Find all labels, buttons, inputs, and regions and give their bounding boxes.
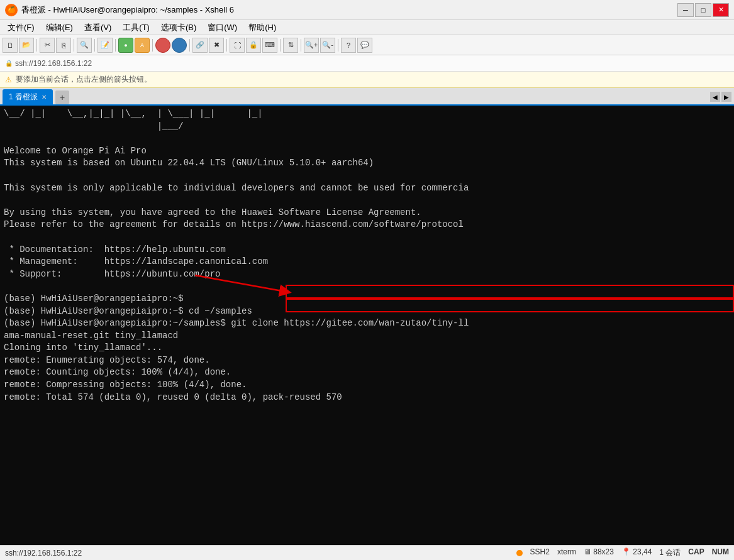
window-title: 香橙派 - HwHiAiUser@orangepiaipro: ~/sample… (21, 4, 677, 16)
menu-bar: 文件(F) 编辑(E) 查看(V) 工具(T) 选项卡(B) 窗口(W) 帮助(… (0, 20, 734, 35)
add-tab-button[interactable]: + (55, 91, 69, 104)
status-right: SSH2 xterm 🖥 88x23 📍 23,44 1 会话 CAP NUM (516, 547, 729, 558)
connection-indicator (516, 550, 523, 556)
window-controls: ─ □ ✕ (677, 3, 729, 17)
menu-edit[interactable]: 编辑(E) (41, 21, 78, 35)
status-line: 📍 23,44 (621, 547, 652, 558)
toolbar-sep5 (152, 39, 153, 52)
address-text: ssh://192.168.156.1:22 (15, 59, 92, 68)
toolbar-compose[interactable]: 📝 (97, 38, 113, 53)
app-icon: 🍊 (5, 4, 18, 16)
toolbar-copy[interactable]: ⎘ (56, 38, 71, 53)
status-sessions: 1 会话 (659, 547, 681, 558)
toolbar-disconnect[interactable]: ✖ (209, 38, 224, 53)
menu-view[interactable]: 查看(V) (79, 21, 116, 35)
toolbar-zoom-in[interactable]: 🔍+ (304, 38, 319, 53)
tab-1[interactable]: 1 香橙派 ✕ (3, 89, 53, 104)
status-protocol: SSH2 (530, 547, 550, 558)
status-num: NUM (712, 547, 729, 558)
menu-file[interactable]: 文件(F) (3, 21, 40, 35)
tab-close-button[interactable]: ✕ (42, 94, 47, 101)
banner-icon: ⚠ (5, 75, 12, 84)
toolbar-zoom-out[interactable]: 🔍- (320, 38, 335, 53)
toolbar-sep1 (36, 39, 37, 52)
toolbar-find[interactable]: 🔍 (77, 38, 92, 53)
toolbar-sep6 (189, 39, 190, 52)
toolbar-connect-orange[interactable]: A (135, 38, 150, 53)
menu-tab[interactable]: 选项卡(B) (156, 21, 201, 35)
toolbar-connect2[interactable]: 🔗 (192, 38, 208, 53)
tab-next-button[interactable]: ▶ (721, 92, 731, 102)
menu-window[interactable]: 窗口(W) (203, 21, 242, 35)
tab-prev-button[interactable]: ◀ (710, 92, 720, 102)
status-dot (516, 547, 523, 558)
toolbar-fullscreen[interactable]: ⛶ (230, 38, 245, 53)
close-button[interactable]: ✕ (713, 3, 729, 17)
toolbar-new[interactable]: 🗋 (3, 38, 18, 53)
toolbar-sep2 (74, 39, 74, 52)
banner: ⚠ 要添加当前会话，点击左侧的箭头按钮。 (0, 72, 734, 88)
toolbar-sep3 (94, 39, 95, 52)
maximize-button[interactable]: □ (695, 3, 711, 17)
toolbar: 🗋 📂 ✂ ⎘ 🔍 📝 ● A 🔗 ✖ ⛶ 🔒 ⌨ ⇅ 🔍+ 🔍- ? 💬 (0, 35, 734, 55)
toolbar-info[interactable]: 💬 (357, 38, 372, 53)
status-size: 🖥 88x23 (584, 547, 614, 558)
toolbar-sep9 (301, 39, 301, 52)
toolbar-sep7 (226, 39, 227, 52)
address-bar: 🔒 ssh://192.168.156.1:22 (0, 55, 734, 72)
toolbar-connect-green[interactable]: ● (118, 38, 133, 53)
minimize-button[interactable]: ─ (677, 3, 694, 17)
tab-navigation: ◀ ▶ (710, 92, 731, 102)
toolbar-lock[interactable]: 🔒 (246, 38, 261, 53)
toolbar-sep8 (280, 39, 281, 52)
toolbar-transfer[interactable]: ⇅ (283, 38, 298, 53)
status-bar: ssh://192.168.156.1:22 SSH2 xterm 🖥 88x2… (0, 545, 734, 560)
toolbar-sep4 (115, 39, 116, 52)
toolbar-open[interactable]: 📂 (19, 38, 34, 53)
menu-tools[interactable]: 工具(T) (118, 21, 155, 35)
tab-bar: 1 香橙派 ✕ + ◀ ▶ (0, 88, 734, 106)
toolbar-cut[interactable]: ✂ (40, 38, 55, 53)
tab-label: 1 香橙派 (9, 92, 38, 102)
banner-text: 要添加当前会话，点击左侧的箭头按钮。 (16, 74, 152, 85)
lock-icon: 🔒 (5, 60, 13, 67)
toolbar-blue[interactable] (172, 38, 187, 53)
terminal-output: \__/ |_| \__,|_|_| |\__, | \___| |_| |_|… (4, 108, 730, 404)
status-term: xterm (557, 547, 576, 558)
status-address: ssh://192.168.156.1:22 (5, 549, 82, 557)
toolbar-sep10 (338, 39, 338, 52)
title-bar: 🍊 香橙派 - HwHiAiUser@orangepiaipro: ~/samp… (0, 0, 734, 20)
terminal[interactable]: \__/ |_| \__,|_|_| |\__, | \___| |_| |_|… (0, 106, 734, 545)
toolbar-keyboard[interactable]: ⌨ (262, 38, 277, 53)
menu-help[interactable]: 帮助(H) (243, 21, 281, 35)
toolbar-help[interactable]: ? (341, 38, 356, 53)
toolbar-red[interactable] (155, 38, 170, 53)
status-cap: CAP (688, 547, 704, 558)
